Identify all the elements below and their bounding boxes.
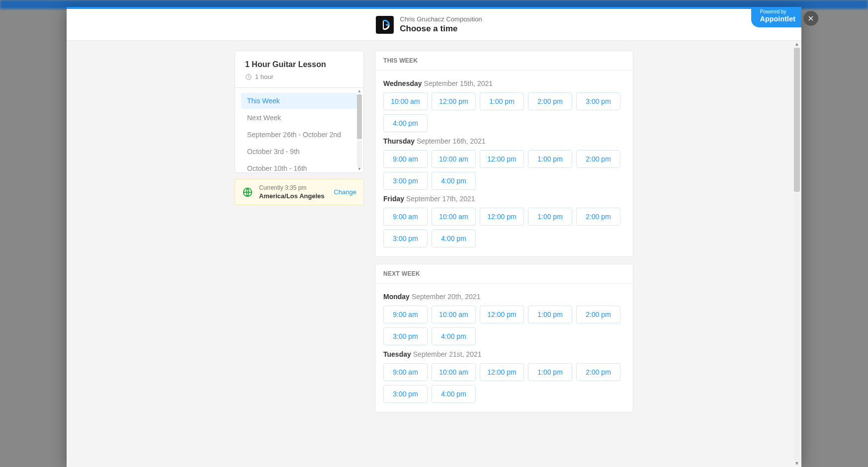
timezone-name: America/Los Angeles <box>259 192 325 200</box>
time-slot[interactable]: 3:00 pm <box>383 230 428 247</box>
time-slot[interactable]: 10:00 am <box>432 208 476 226</box>
time-slot[interactable]: 10:00 am <box>383 92 428 110</box>
time-slot[interactable]: 2:00 pm <box>528 92 572 110</box>
time-slot[interactable]: 12:00 pm <box>480 306 524 323</box>
section-header: THIS WEEK <box>375 51 633 71</box>
time-slot[interactable]: 2:00 pm <box>576 208 620 226</box>
scroll-track[interactable] <box>357 140 362 167</box>
time-slot[interactable]: 1:00 pm <box>528 208 572 226</box>
lesson-card: 1 Hour Guitar Lesson 1 hour This WeekNex… <box>235 51 364 173</box>
time-slot[interactable]: 12:00 pm <box>480 208 524 226</box>
close-button[interactable] <box>803 11 818 26</box>
week-item[interactable]: September 26th - October 2nd <box>241 127 357 143</box>
time-slot[interactable]: 1:00 pm <box>528 150 572 168</box>
day-of-week: Tuesday <box>383 350 411 358</box>
day-date: September 17th, 2021 <box>406 195 475 203</box>
time-slot[interactable]: 4:00 pm <box>432 327 476 345</box>
time-slot[interactable]: 9:00 am <box>383 150 428 168</box>
section-header: NEXT WEEK <box>375 264 633 284</box>
brand-logo-icon <box>379 19 391 31</box>
scroll-track[interactable] <box>794 193 800 461</box>
day-label: MondaySeptember 20th, 2021 <box>383 293 625 301</box>
time-slot[interactable]: 9:00 am <box>383 306 428 323</box>
header-text: Chris Gruchacz Composition Choose a time <box>400 15 482 34</box>
week-list-scrollbar[interactable]: ▲ ▼ <box>356 89 362 171</box>
scroll-up-icon[interactable]: ▲ <box>794 42 799 47</box>
time-slot[interactable]: 2:00 pm <box>576 363 620 381</box>
time-slot[interactable]: 3:00 pm <box>383 327 428 345</box>
time-slot-row: 9:00 am10:00 am12:00 pm1:00 pm2:00 pm3:0… <box>383 306 625 345</box>
modal-scrollbar[interactable]: ▲ ▼ <box>793 42 800 466</box>
day-of-week: Thursday <box>383 137 415 145</box>
brand-logo <box>376 16 394 34</box>
timezone-change-link[interactable]: Change <box>334 188 356 196</box>
sidebar: 1 Hour Guitar Lesson 1 hour This WeekNex… <box>235 51 364 419</box>
time-slot[interactable]: 12:00 pm <box>480 363 524 381</box>
timezone-text: Currently 3:35 pm America/Los Angeles <box>259 184 325 200</box>
day-block: ThursdaySeptember 16th, 20219:00 am10:00… <box>383 137 625 190</box>
day-label: ThursdaySeptember 16th, 2021 <box>383 137 625 145</box>
time-slot[interactable]: 4:00 pm <box>383 114 428 132</box>
time-slot-row: 9:00 am10:00 am12:00 pm1:00 pm2:00 pm3:0… <box>383 208 625 247</box>
week-item[interactable]: October 10th - 16th <box>241 160 357 172</box>
availability-column: THIS WEEKWednesdaySeptember 15th, 202110… <box>375 51 633 419</box>
time-slot[interactable]: 4:00 pm <box>432 385 476 403</box>
day-block: MondaySeptember 20th, 20219:00 am10:00 a… <box>383 293 625 345</box>
day-block: WednesdaySeptember 15th, 202110:00 am12:… <box>383 79 625 132</box>
time-slot[interactable]: 10:00 am <box>432 150 476 168</box>
time-slot[interactable]: 9:00 am <box>383 363 428 381</box>
week-section: NEXT WEEKMondaySeptember 20th, 20219:00 … <box>375 264 633 412</box>
modal-header: Chris Gruchacz Composition Choose a time… <box>67 9 801 41</box>
timezone-card: Currently 3:35 pm America/Los Angeles Ch… <box>235 179 364 205</box>
time-slot[interactable]: 3:00 pm <box>383 172 428 190</box>
day-label: TuesdaySeptember 21st, 2021 <box>383 350 625 358</box>
day-of-week: Monday <box>383 293 410 301</box>
lesson-duration-text: 1 hour <box>255 73 273 80</box>
time-slot[interactable]: 2:00 pm <box>576 150 620 168</box>
globe-icon <box>242 187 253 198</box>
time-slot[interactable]: 4:00 pm <box>432 230 476 247</box>
day-label: FridaySeptember 17th, 2021 <box>383 195 625 203</box>
time-slot[interactable]: 4:00 pm <box>432 172 476 190</box>
day-block: FridaySeptember 17th, 20219:00 am10:00 a… <box>383 195 625 247</box>
time-slot[interactable]: 2:00 pm <box>576 306 620 323</box>
day-of-week: Friday <box>383 195 404 203</box>
section-body: MondaySeptember 20th, 20219:00 am10:00 a… <box>375 284 633 412</box>
lesson-duration: 1 hour <box>245 73 353 80</box>
day-date: September 15th, 2021 <box>424 79 493 87</box>
week-section: THIS WEEKWednesdaySeptember 15th, 202110… <box>375 51 633 257</box>
powered-by-line2: Appointlet <box>760 15 795 23</box>
time-slot[interactable]: 1:00 pm <box>480 92 524 110</box>
week-item[interactable]: Next Week <box>241 110 357 126</box>
time-slot[interactable]: 1:00 pm <box>528 363 572 381</box>
time-slot-row: 9:00 am10:00 am12:00 pm1:00 pm2:00 pm3:0… <box>383 150 625 190</box>
scroll-down-icon[interactable]: ▼ <box>357 167 362 171</box>
scroll-thumb[interactable] <box>794 48 800 192</box>
powered-by-badge[interactable]: Powered by Appointlet <box>751 7 801 27</box>
time-slot[interactable]: 10:00 am <box>432 306 476 323</box>
day-block: TuesdaySeptember 21st, 20219:00 am10:00 … <box>383 350 625 403</box>
time-slot[interactable]: 12:00 pm <box>432 92 476 110</box>
time-slot[interactable]: 3:00 pm <box>383 385 428 403</box>
header-brand: Chris Gruchacz Composition Choose a time <box>376 15 482 34</box>
day-label: WednesdaySeptember 15th, 2021 <box>383 79 625 87</box>
time-slot[interactable]: 1:00 pm <box>528 306 572 323</box>
time-slot-row: 9:00 am10:00 am12:00 pm1:00 pm2:00 pm3:0… <box>383 363 625 403</box>
time-slot[interactable]: 12:00 pm <box>480 150 524 168</box>
section-body: WednesdaySeptember 15th, 202110:00 am12:… <box>375 71 633 256</box>
week-item[interactable]: October 3rd - 9th <box>241 144 357 159</box>
time-slot[interactable]: 9:00 am <box>383 208 428 226</box>
powered-by-line1: Powered by <box>760 9 795 15</box>
timezone-current: Currently 3:35 pm <box>259 184 325 191</box>
scroll-down-icon[interactable]: ▼ <box>794 461 799 466</box>
clock-icon <box>245 74 252 80</box>
week-item[interactable]: This Week <box>241 93 357 109</box>
time-slot-row: 10:00 am12:00 pm1:00 pm2:00 pm3:00 pm4:0… <box>383 92 625 132</box>
scroll-thumb[interactable] <box>357 94 362 139</box>
time-slot[interactable]: 3:00 pm <box>576 92 620 110</box>
scroll-up-icon[interactable]: ▲ <box>357 89 362 93</box>
modal-body: 1 Hour Guitar Lesson 1 hour This WeekNex… <box>67 41 801 467</box>
time-slot[interactable]: 10:00 am <box>432 363 476 381</box>
page-title: Choose a time <box>400 24 482 34</box>
org-name: Chris Gruchacz Composition <box>400 15 482 23</box>
